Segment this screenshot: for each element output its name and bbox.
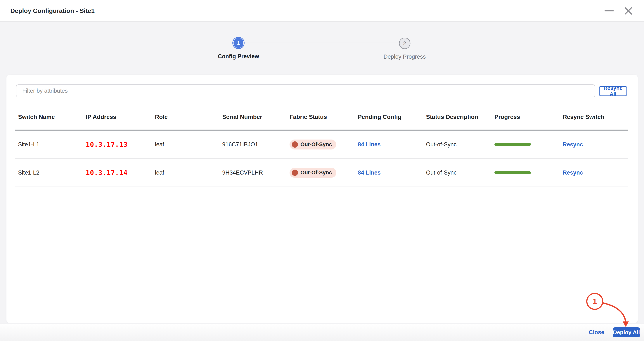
cell-fabric-status: Out-Of-Sync	[286, 168, 354, 178]
status-badge-label: Out-Of-Sync	[300, 170, 332, 176]
stepper-step-config-preview: 1 Config Preview	[218, 37, 259, 60]
filter-input[interactable]	[16, 84, 595, 97]
config-preview-card: Resync All Switch Name IP Address Role S…	[6, 75, 638, 323]
cell-switch-name: Site1-L2	[15, 169, 82, 176]
cell-role: leaf	[152, 141, 219, 148]
col-header-progress: Progress	[491, 114, 559, 120]
progress-bar	[494, 171, 531, 174]
switch-table: Switch Name IP Address Role Serial Numbe…	[15, 104, 628, 187]
cell-serial-number: 916C71IBJO1	[219, 141, 286, 148]
cell-resync: Resync	[559, 169, 628, 176]
table-row: Site1-L1 10.3.17.13 leaf 916C71IBJO1 Out…	[15, 130, 628, 159]
stepper-step-deploy-progress: 2 Deploy Progress	[384, 37, 426, 60]
cell-ip-address: 10.3.17.14	[82, 169, 152, 176]
col-header-status-description: Status Description	[423, 114, 491, 120]
status-badge: Out-Of-Sync	[290, 140, 336, 149]
table-header-row: Switch Name IP Address Role Serial Numbe…	[15, 104, 628, 130]
progress-bar	[494, 143, 531, 146]
annotation-arrow-icon	[599, 299, 631, 330]
minimize-icon[interactable]	[604, 10, 614, 11]
step-1-circle: 1	[232, 37, 244, 49]
close-icon[interactable]	[624, 7, 632, 15]
col-header-serial-number: Serial Number	[219, 114, 286, 120]
cell-status-description: Out-of-Sync	[423, 169, 491, 176]
status-badge: Out-Of-Sync	[290, 168, 336, 178]
cell-progress	[491, 171, 559, 174]
cell-pending-config: 84 Lines	[354, 141, 423, 148]
pending-config-link[interactable]: 84 Lines	[358, 141, 381, 148]
progress-bar-fill	[494, 171, 531, 174]
cell-fabric-status: Out-Of-Sync	[286, 140, 354, 149]
dialog-footer: Close Deploy All	[0, 323, 644, 341]
col-header-resync-switch: Resync Switch	[559, 114, 628, 120]
col-header-fabric-status: Fabric Status	[286, 114, 354, 120]
window-controls	[604, 0, 632, 22]
cell-resync: Resync	[559, 141, 628, 148]
cell-switch-name: Site1-L1	[15, 141, 82, 148]
cell-progress	[491, 143, 559, 146]
out-of-sync-dot-icon	[292, 170, 298, 176]
page-title: Deploy Configuration - Site1	[10, 7, 94, 14]
progress-bar-fill	[494, 143, 531, 146]
status-badge-label: Out-Of-Sync	[300, 141, 332, 147]
cell-ip-address: 10.3.17.13	[82, 141, 152, 148]
cell-role: leaf	[152, 169, 219, 176]
step-2-label: Deploy Progress	[384, 53, 426, 60]
resync-link[interactable]: Resync	[563, 169, 583, 176]
stepper-connector-line	[245, 42, 398, 43]
cell-pending-config: 84 Lines	[354, 169, 423, 176]
col-header-pending-config: Pending Config	[354, 114, 423, 120]
col-header-switch-name: Switch Name	[15, 114, 82, 120]
step-2-number: 2	[399, 38, 410, 49]
step-2-circle: 2	[398, 37, 411, 49]
pending-config-link[interactable]: 84 Lines	[358, 169, 381, 176]
out-of-sync-dot-icon	[292, 141, 298, 148]
col-header-role: Role	[152, 114, 219, 120]
col-header-ip-address: IP Address	[82, 114, 152, 120]
step-1-label: Config Preview	[218, 53, 259, 60]
step-1-number: 1	[234, 38, 244, 48]
resync-link[interactable]: Resync	[563, 141, 583, 148]
table-row: Site1-L2 10.3.17.14 leaf 9H34ECVPLHR Out…	[15, 159, 628, 187]
cell-status-description: Out-of-Sync	[423, 141, 491, 148]
dialog-title-bar: Deploy Configuration - Site1	[0, 0, 644, 22]
cell-serial-number: 9H34ECVPLHR	[219, 169, 286, 176]
resync-all-button[interactable]: Resync All	[599, 86, 627, 96]
